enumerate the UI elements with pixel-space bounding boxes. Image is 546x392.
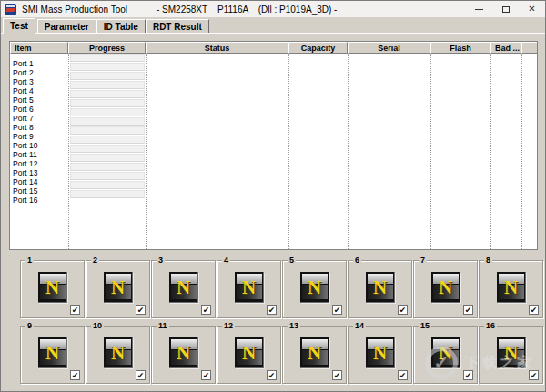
flash-device-icon: N — [104, 337, 133, 368]
slot-enable-checkbox[interactable]: ✔ — [398, 305, 408, 315]
slot-enable-checkbox[interactable]: ✔ — [70, 305, 80, 315]
device-grid: 1 N ✔ 2 N ✔ 3 N ✔ 4 N ✔ 5 — [20, 260, 545, 391]
progress-bar — [70, 163, 145, 171]
slot-enable-checkbox[interactable]: ✔ — [332, 305, 342, 315]
slot-enable-checkbox[interactable]: ✔ — [136, 370, 146, 380]
device-slot-1: 1 N ✔ — [20, 260, 85, 318]
progress-bar — [70, 190, 145, 198]
device-grid-row: 9 N ✔ 10 N ✔ 11 N ✔ 12 N ✔ 13 — [20, 326, 545, 384]
column-header[interactable]: Serial — [348, 42, 430, 54]
table-row[interactable]: Port 12 — [10, 154, 537, 163]
slot-enable-checkbox[interactable]: ✔ — [267, 370, 277, 380]
slot-enable-checkbox[interactable]: ✔ — [398, 370, 408, 380]
slot-number: 12 — [222, 322, 235, 330]
column-header[interactable]: Capacity — [288, 42, 348, 54]
slot-enable-checkbox[interactable]: ✔ — [463, 305, 473, 315]
close-button[interactable]: ✕ — [519, 1, 545, 17]
progress-bar — [70, 136, 145, 144]
flash-device-icon: N — [104, 272, 133, 303]
flash-device-icon: N — [38, 337, 67, 368]
table-row[interactable]: Port 4 — [10, 81, 537, 90]
flash-device-icon: N — [169, 337, 198, 368]
slot-number: 6 — [353, 256, 361, 265]
slot-number: 16 — [484, 322, 497, 330]
tab-bar: TestParameterID TableRDT Result — [1, 17, 545, 34]
table-row[interactable]: Port 16 — [10, 190, 537, 199]
minimize-button[interactable] — [466, 1, 492, 17]
flash-device-icon: N — [497, 272, 526, 303]
slot-number: 4 — [222, 256, 230, 265]
progress-bar — [70, 172, 145, 180]
progress-bar — [70, 145, 145, 153]
table-header-row: ItemProgressStatusCapacitySerialFlashBad… — [10, 42, 537, 54]
table-row[interactable]: Port 7 — [10, 108, 537, 117]
device-slot-15: 15 N ✔ — [413, 326, 478, 384]
column-header[interactable]: Flash — [430, 42, 490, 54]
slot-enable-checkbox[interactable]: ✔ — [136, 305, 146, 315]
device-slot-16: 16 N ✔ — [479, 326, 543, 384]
device-slot-14: 14 N ✔ — [348, 326, 412, 384]
tab-test[interactable]: Test — [3, 18, 35, 34]
slot-number: 1 — [25, 256, 34, 265]
device-slot-9: 9 N ✔ — [20, 326, 85, 384]
column-header[interactable]: Bad ... — [490, 42, 521, 54]
tab-id-table[interactable]: ID Table — [96, 19, 146, 33]
slot-number: 8 — [484, 256, 492, 265]
flash-device-icon: N — [366, 337, 395, 368]
table-row[interactable]: Port 5 — [10, 90, 537, 99]
table-row[interactable]: Port 6 — [10, 99, 537, 108]
table-row[interactable]: Port 10 — [10, 136, 537, 145]
table-row[interactable]: Port 14 — [10, 172, 537, 181]
slot-enable-checkbox[interactable]: ✔ — [70, 370, 80, 380]
slot-enable-checkbox[interactable]: ✔ — [332, 370, 342, 380]
progress-bar — [70, 154, 145, 162]
table-row[interactable]: Port 1 — [10, 54, 537, 63]
window-title: SMI Mass Production Tool — [22, 5, 127, 15]
progress-bar — [70, 99, 145, 107]
device-grid-row: 1 N ✔ 2 N ✔ 3 N ✔ 4 N ✔ 5 — [20, 260, 545, 318]
table-row[interactable]: Port 15 — [10, 181, 537, 190]
table-row[interactable]: Port 2 — [10, 63, 537, 72]
tab-page-test: ItemProgressStatusCapacitySerialFlashBad… — [1, 34, 545, 392]
device-slot-2: 2 N ✔ — [86, 260, 150, 318]
device-slot-12: 12 N ✔ — [217, 326, 281, 384]
device-slot-7: 7 N ✔ — [413, 260, 478, 318]
column-header[interactable]: Progress — [68, 42, 146, 54]
maximize-button[interactable] — [492, 1, 519, 17]
slot-enable-checkbox[interactable]: ✔ — [463, 370, 473, 380]
device-slot-3: 3 N ✔ — [151, 260, 216, 318]
column-header[interactable]: Item — [10, 42, 68, 54]
slot-enable-checkbox[interactable]: ✔ — [201, 370, 211, 380]
slot-enable-checkbox[interactable]: ✔ — [201, 305, 211, 315]
device-slot-13: 13 N ✔ — [282, 326, 347, 384]
slot-enable-checkbox[interactable]: ✔ — [267, 305, 277, 315]
device-slot-8: 8 N ✔ — [479, 260, 543, 318]
table-row[interactable]: Port 13 — [10, 163, 537, 172]
device-slot-5: 5 N ✔ — [282, 260, 347, 318]
device-slot-11: 11 N ✔ — [151, 326, 216, 384]
table-row[interactable]: Port 9 — [10, 126, 537, 136]
table-row[interactable]: Port 11 — [10, 145, 537, 154]
column-header-filler — [521, 42, 537, 54]
progress-bar — [70, 63, 145, 71]
progress-bar — [70, 181, 145, 189]
column-header[interactable]: Status — [146, 42, 288, 54]
slot-enable-checkbox[interactable]: ✔ — [529, 305, 539, 315]
slot-enable-checkbox[interactable]: ✔ — [529, 370, 539, 380]
port-results-table: ItemProgressStatusCapacitySerialFlashBad… — [9, 41, 538, 250]
tab-rdt-result[interactable]: RDT Result — [146, 19, 209, 33]
progress-bar — [70, 72, 145, 80]
minimize-icon — [475, 9, 483, 10]
maximize-icon — [502, 6, 510, 13]
slot-number: 13 — [288, 322, 300, 330]
table-row[interactable]: Port 8 — [10, 117, 537, 126]
slot-number: 5 — [288, 256, 296, 265]
table-row[interactable]: Port 3 — [10, 72, 537, 81]
flash-device-icon: N — [431, 272, 460, 303]
slot-number: 3 — [157, 256, 165, 265]
smi-logo-icon — [5, 4, 16, 15]
window-controls: ✕ — [466, 1, 545, 17]
tab-parameter[interactable]: Parameter — [37, 19, 96, 33]
progress-bar — [70, 81, 145, 89]
progress-bar — [70, 90, 145, 98]
